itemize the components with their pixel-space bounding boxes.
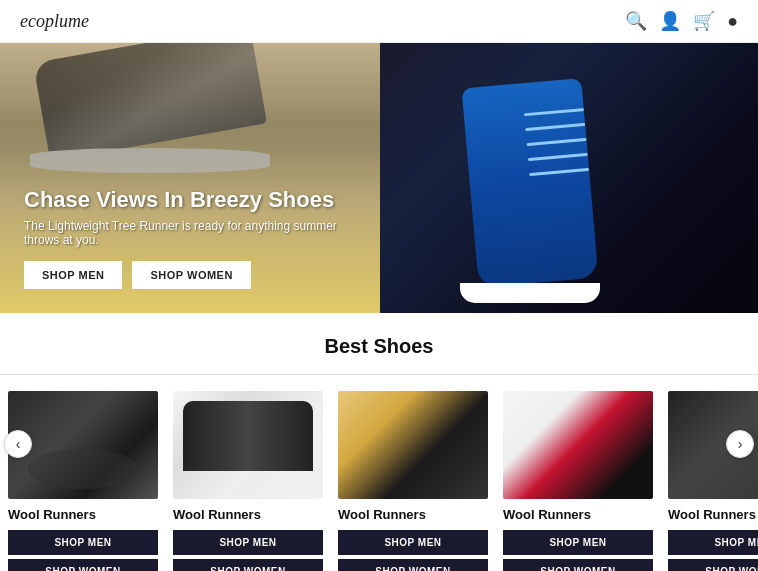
hero-section: Chase Views In Breezy Shoes The Lightwei… — [0, 43, 758, 313]
carousel-next-button[interactable]: › — [726, 430, 754, 458]
product-card-4: Wool Runners SHOP MEN SHOP WOMEN — [495, 391, 660, 571]
hero-left: Chase Views In Breezy Shoes The Lightwei… — [0, 43, 380, 313]
product-image-2 — [173, 391, 323, 499]
product-name-3: Wool Runners — [338, 507, 487, 522]
user-icon[interactable]: 👤 — [659, 10, 681, 32]
product-2-shop-men-button[interactable]: SHOP MEN — [173, 530, 323, 555]
product-3-shop-women-button[interactable]: SHOP WOMEN — [338, 559, 488, 571]
section-title: Best Shoes — [0, 335, 758, 358]
header: ecoplume 🔍 👤 🛒 ● — [0, 0, 758, 43]
header-icons: 🔍 👤 🛒 ● — [625, 10, 738, 32]
product-2-shop-women-button[interactable]: SHOP WOMEN — [173, 559, 323, 571]
hero-right-shoe — [440, 63, 640, 313]
product-name-2: Wool Runners — [173, 507, 322, 522]
product-4-shop-men-button[interactable]: SHOP MEN — [503, 530, 653, 555]
product-card-3: Wool Runners SHOP MEN SHOP WOMEN — [330, 391, 495, 571]
product-card-2: Wool Runners SHOP MEN SHOP WOMEN — [165, 391, 330, 571]
product-name-4: Wool Runners — [503, 507, 652, 522]
product-4-shop-women-button[interactable]: SHOP WOMEN — [503, 559, 653, 571]
carousel-prev-button[interactable]: ‹ — [4, 430, 32, 458]
lace-1 — [524, 108, 584, 116]
hero-content: Chase Views In Breezy Shoes The Lightwei… — [24, 187, 356, 289]
product-card-5: Wool Runners SHOP MEN SHOP WOMEN — [660, 391, 758, 571]
shoe-visual-3 — [338, 391, 488, 499]
product-5-shop-men-button[interactable]: SHOP MEN — [668, 530, 758, 555]
search-icon[interactable]: 🔍 — [625, 10, 647, 32]
menu-icon[interactable]: ● — [727, 11, 738, 32]
shoe-laces — [524, 108, 594, 233]
products-list: Wool Runners SHOP MEN SHOP WOMEN Wool Ru… — [0, 391, 758, 571]
logo: ecoplume — [20, 11, 89, 32]
lace-2 — [525, 123, 585, 131]
hero-subtitle: The Lightweight Tree Runner is ready for… — [24, 219, 356, 247]
hero-right — [380, 43, 758, 313]
lace-5 — [529, 168, 589, 176]
lace-3 — [527, 138, 587, 146]
product-name-1: Wool Runners — [8, 507, 157, 522]
product-1-shop-men-button[interactable]: SHOP MEN — [8, 530, 158, 555]
product-name-5: Wool Runners — [668, 507, 758, 522]
blue-shoe-sole — [460, 283, 600, 303]
product-image-4 — [503, 391, 653, 499]
cart-icon[interactable]: 🛒 — [693, 10, 715, 32]
products-section: ‹ Wool Runners SHOP MEN SHOP WOMEN Wool … — [0, 375, 758, 571]
product-5-shop-women-button[interactable]: SHOP WOMEN — [668, 559, 758, 571]
product-card-1: Wool Runners SHOP MEN SHOP WOMEN — [0, 391, 165, 571]
hero-title: Chase Views In Breezy Shoes — [24, 187, 356, 213]
shoe-visual-2 — [173, 391, 323, 499]
product-3-shop-men-button[interactable]: SHOP MEN — [338, 530, 488, 555]
product-image-3 — [338, 391, 488, 499]
lace-4 — [528, 153, 588, 161]
product-1-shop-women-button[interactable]: SHOP WOMEN — [8, 559, 158, 571]
shoe-visual-4 — [503, 391, 653, 499]
hero-buttons: SHOP MEN SHOP WOMEN — [24, 261, 356, 289]
hero-shop-women-button[interactable]: SHOP WOMEN — [132, 261, 250, 289]
hero-shop-men-button[interactable]: SHOP MEN — [24, 261, 122, 289]
blue-shoe-body — [462, 78, 599, 288]
section-title-wrap: Best Shoes — [0, 313, 758, 375]
